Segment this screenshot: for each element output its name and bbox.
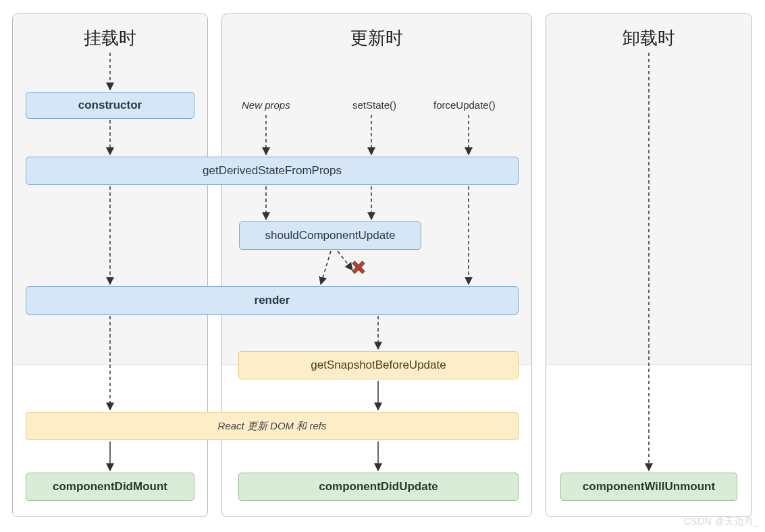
unmount-column: 卸载时 [546, 14, 752, 517]
watermark: CSDN @天边月_ [683, 516, 760, 528]
mount-title: 挂载时 [13, 26, 207, 50]
box-react-updates-dom: React 更新 DOM 和 refs [26, 412, 519, 440]
unmount-title: 卸载时 [546, 26, 751, 50]
box-get-derived-state: getDerivedStateFromProps [26, 157, 519, 185]
trigger-new-props: New props [242, 99, 290, 111]
box-render: render [26, 286, 519, 315]
lifecycle-diagram: 挂载时 更新时 卸载时 New props setState() forceUp… [0, 0, 765, 532]
render-phase-shade [546, 14, 751, 365]
box-should-component-update: shouldComponentUpdate [239, 221, 421, 250]
box-component-will-unmount: componentWillUnmount [560, 473, 737, 501]
update-title: 更新时 [222, 26, 531, 50]
box-get-snapshot: getSnapshotBeforeUpdate [238, 351, 519, 379]
trigger-force-update: forceUpdate() [433, 99, 496, 111]
box-constructor: constructor [26, 92, 194, 119]
mount-column: 挂载时 [12, 14, 208, 517]
box-component-did-update: componentDidUpdate [238, 473, 519, 501]
box-component-did-mount: componentDidMount [26, 473, 194, 501]
update-column: 更新时 [221, 14, 532, 517]
trigger-set-state: setState() [352, 99, 396, 111]
